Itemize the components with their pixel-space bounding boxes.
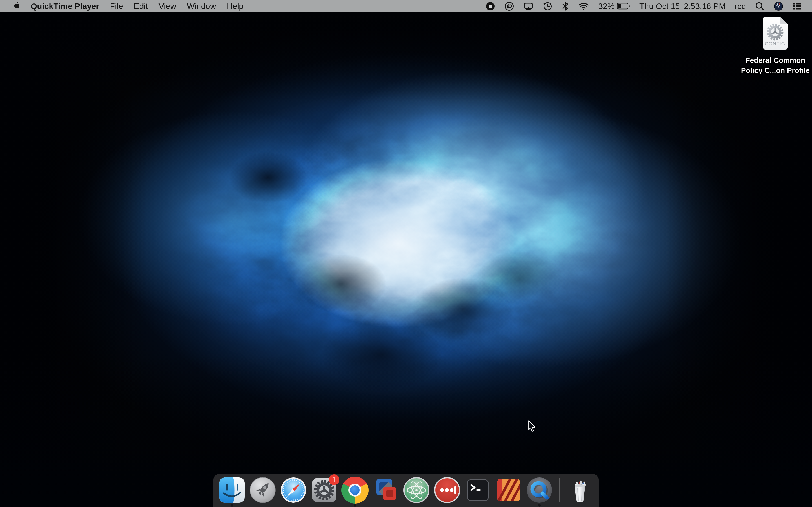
time-machine-icon[interactable] (543, 1, 553, 11)
clock-date: Thu Oct 15 (640, 2, 680, 11)
desktop: QuickTime Player File Edit View Window H… (0, 0, 812, 507)
config-badge-text: CONFIG (765, 41, 785, 47)
dock-item-safari[interactable] (280, 476, 307, 504)
list-menu-icon[interactable] (792, 2, 802, 11)
mouse-cursor (528, 420, 536, 434)
dock-item-affinity-publisher[interactable] (495, 476, 522, 504)
launchpad-icon (249, 476, 276, 504)
apple-menu-icon[interactable] (12, 1, 20, 12)
desktop-file-federal-common-policy-profile[interactable]: CONFIG Federal Common Policy C...on Prof… (739, 16, 812, 75)
dock-item-quicktime[interactable] (526, 476, 553, 504)
dock: 1 (213, 474, 599, 507)
vmware-fusion-icon (372, 476, 399, 504)
dock-item-lastpass[interactable] (434, 476, 461, 504)
chrome-icon (342, 476, 368, 504)
spotlight-search-icon[interactable] (755, 1, 765, 11)
running-indicator (538, 504, 541, 507)
dock-item-system-preferences[interactable]: 1 (311, 476, 338, 504)
bluetooth-icon[interactable] (562, 1, 569, 11)
dock-item-trash[interactable] (566, 476, 594, 504)
dock-divider (559, 478, 560, 502)
menu-bar-status: 32% Thu Oct 15 2:53:18 PM rcd (486, 1, 802, 11)
dock-item-chrome[interactable] (342, 476, 368, 504)
config-profile-document-icon: CONFIG (762, 16, 789, 50)
dock-item-vmware-fusion[interactable] (372, 476, 399, 504)
battery-icon (617, 3, 630, 10)
airplay-display-icon[interactable] (523, 1, 534, 11)
adobe-creative-cloud-icon[interactable] (504, 1, 514, 11)
safari-icon (280, 476, 307, 504)
menu-window[interactable]: Window (187, 2, 216, 11)
menu-bar-left: QuickTime Player File Edit View Window H… (12, 1, 244, 12)
chrome-icon-blue-center (350, 485, 360, 495)
wallpaper-dark-smoke (0, 0, 812, 507)
lastpass-icon (434, 476, 461, 504)
clock-time: 2:53:18 PM (684, 2, 725, 11)
dock-item-finder[interactable] (218, 476, 246, 504)
desktop-file-label-line1: Federal Common (741, 55, 810, 65)
user-menu[interactable]: rcd (735, 2, 746, 11)
affinity-publisher-icon (495, 476, 522, 504)
menu-file[interactable]: File (110, 2, 123, 11)
screen-recording-stop-icon[interactable] (486, 1, 495, 11)
wallpaper (0, 0, 812, 507)
dock-item-launchpad[interactable] (249, 476, 276, 504)
battery-percent-label: 32% (598, 2, 615, 11)
menu-help[interactable]: Help (227, 2, 244, 11)
active-app-name[interactable]: QuickTime Player (31, 2, 99, 11)
menu-bar-clock[interactable]: Thu Oct 15 2:53:18 PM (640, 2, 726, 11)
desktop-file-label-line2: Policy C...on Profile (741, 65, 810, 75)
wifi-icon[interactable] (578, 1, 589, 11)
menu-view[interactable]: View (159, 2, 176, 11)
atom-icon (403, 476, 430, 504)
finder-icon (218, 476, 246, 504)
quicktime-icon (526, 476, 553, 504)
dock-item-atom[interactable] (403, 476, 430, 504)
notification-badge: 1 (329, 474, 340, 485)
sphere-app-icon[interactable] (774, 1, 783, 11)
running-indicator (231, 504, 234, 507)
menu-bar: QuickTime Player File Edit View Window H… (0, 0, 812, 12)
running-indicator (354, 504, 356, 507)
battery-indicator[interactable]: 32% (598, 2, 630, 11)
menu-edit[interactable]: Edit (134, 2, 148, 11)
terminal-icon (464, 476, 492, 504)
dock-item-terminal[interactable] (464, 476, 492, 504)
desktop-file-label: Federal Common Policy C...on Profile (741, 55, 810, 75)
trash-full-icon (566, 476, 594, 504)
